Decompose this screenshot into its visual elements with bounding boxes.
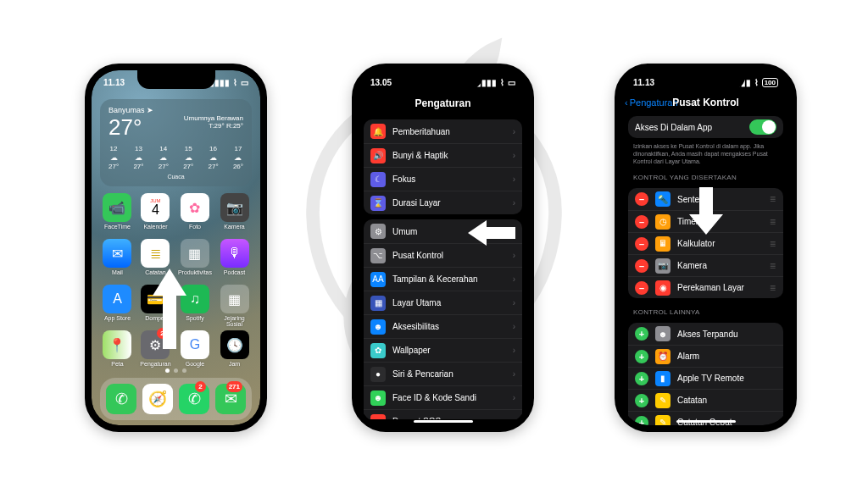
settings-row-face-id-kode-sandi[interactable]: ☻ Face ID & Kode Sandi › <box>364 385 522 409</box>
row-label: Durasi Layar <box>392 198 441 208</box>
chevron-right-icon: › <box>513 198 515 208</box>
control-label: Senter <box>677 195 702 204</box>
chevron-right-icon: › <box>513 274 515 284</box>
control-icon: 🔦 <box>655 191 670 207</box>
row-label: Umum <box>392 227 417 236</box>
notch <box>137 70 215 89</box>
control-icon: ☻ <box>655 326 670 341</box>
control-icon: 🖩 <box>655 236 670 252</box>
settings-row-umum[interactable]: ⚙ Umum › <box>364 219 522 243</box>
phone-1-home: 11.13 ▮▮▮▮ ⌇ ▭ Banyumas ➤ 27° Umumnya Be… <box>85 64 267 432</box>
dock: ✆🧭✆2✉︎271 <box>100 378 252 420</box>
remove-button[interactable]: – <box>635 192 648 206</box>
cloud-icon: ☁︎ <box>110 153 118 162</box>
settings-row-tampilan-kecerahan[interactable]: AA Tampilan & Kecerahan › <box>364 267 522 291</box>
cloud-icon: ☁︎ <box>159 153 167 162</box>
control-row-perekaman-layar[interactable]: –◉ Perekaman Layar≡ <box>628 276 783 298</box>
drag-handle-icon[interactable]: ≡ <box>770 286 776 290</box>
app-label: Jejaring Sosial <box>219 315 250 327</box>
row-icon: ▦ <box>370 296 386 311</box>
control-icon: ◷ <box>655 214 670 230</box>
forecast-hour: 12☁︎27° <box>108 145 119 170</box>
app-icon: ✿ <box>181 193 209 222</box>
row-icon: 🔔 <box>370 124 386 139</box>
remove-button[interactable]: – <box>635 281 648 295</box>
settings-row-siri-pencarian[interactable]: ● Siri & Pencarian › <box>364 362 522 385</box>
remove-button[interactable]: – <box>635 215 648 229</box>
settings-row-layar-utama[interactable]: ▦ Layar Utama › <box>364 291 522 314</box>
control-row-senter[interactable]: –🔦 Senter≡ <box>628 188 783 210</box>
drag-handle-icon[interactable]: ≡ <box>770 197 776 201</box>
settings-row-aksesibilitas[interactable]: ☻ Aksesibilitas › <box>364 314 522 338</box>
home-indicator[interactable] <box>676 420 736 423</box>
control-row-akses-terpandu[interactable]: +☻ Akses Terpandu <box>628 323 783 345</box>
nav-bar: ‹ Pengaturan Pusat Kontrol <box>621 94 790 111</box>
app-podcast[interactable]: 🎙Podcast <box>219 239 250 281</box>
app-facetime[interactable]: 📹FaceTime <box>102 193 133 235</box>
settings-row-bunyi-haptik[interactable]: 🔊 Bunyi & Haptik › <box>364 143 522 167</box>
settings-row-durasi-layar[interactable]: ⌛ Durasi Layar › <box>364 191 522 214</box>
settings-row-fokus[interactable]: ☾ Fokus › <box>364 167 522 191</box>
app-peta[interactable]: 📍Peta <box>102 330 133 373</box>
app-foto[interactable]: ✿Foto <box>178 193 212 235</box>
drag-handle-icon[interactable]: ≡ <box>770 264 776 268</box>
app-icon: 📍 <box>103 330 131 359</box>
settings-row-wallpaper[interactable]: ✿ Wallpaper › <box>364 338 522 362</box>
phone-2-settings: 13.05 ▮▮▮▮ ⌇ ▭ Pengaturan 🔔 Pemberitahua… <box>352 64 534 432</box>
status-time: 13.05 <box>370 78 392 87</box>
back-button[interactable]: ‹ Pengaturan <box>625 97 678 108</box>
control-row-kalkulator[interactable]: –🖩 Kalkulator≡ <box>628 232 783 254</box>
app-icon: 🎙 <box>220 239 249 268</box>
control-row-timer[interactable]: –◷ Timer≡ <box>628 210 783 232</box>
access-toggle[interactable] <box>749 119 776 135</box>
settings-row-pusat-kontrol[interactable]: ⌥ Pusat Kontrol › <box>364 243 522 267</box>
control-row-kamera[interactable]: –📷 Kamera≡ <box>628 254 783 276</box>
wifi-icon: ⌇ <box>500 78 504 87</box>
dock-app-messages[interactable]: ✉︎271 <box>215 384 246 414</box>
app-jejaring-sosial[interactable]: ▦Jejaring Sosial <box>219 285 250 327</box>
control-label: Kamera <box>677 261 707 270</box>
access-in-app-row[interactable]: Akses Di Dalam App <box>628 116 783 138</box>
add-button[interactable]: + <box>635 327 648 341</box>
weather-city: Banyumas ➤ <box>108 106 153 114</box>
app-app-store[interactable]: AApp Store <box>102 285 133 327</box>
remove-button[interactable]: – <box>635 259 648 273</box>
app-kamera[interactable]: 📷Kamera <box>219 193 250 235</box>
page-indicator[interactable] <box>92 368 260 373</box>
add-button[interactable]: + <box>635 394 648 407</box>
row-icon: 🔊 <box>370 148 386 163</box>
forecast-hour: 16☁︎27° <box>209 145 219 170</box>
phone-3-control-center: 11.13 ▮▮▮▮ ⌇ 100 ‹ Pengaturan Pusat Kont… <box>615 64 797 432</box>
app-jam[interactable]: 🕓Jam <box>219 330 250 373</box>
battery-icon: 100 <box>762 78 778 87</box>
remove-button[interactable]: – <box>635 237 648 251</box>
settings-title: Pengaturan <box>359 94 527 114</box>
access-group: Akses Di Dalam App <box>628 116 783 138</box>
control-row-catatan[interactable]: +✎ Catatan <box>628 389 783 411</box>
control-row-apple-tv-remote[interactable]: +▮ Apple TV Remote <box>628 367 783 389</box>
add-button[interactable]: + <box>635 372 648 385</box>
add-button[interactable]: + <box>635 350 648 363</box>
weather-forecast: 12☁︎27°13☁︎27°14☁︎27°15☁︎27°16☁︎27°17☁︎2… <box>108 145 243 170</box>
settings-row-pemberitahuan[interactable]: 🔔 Pemberitahuan › <box>364 119 522 143</box>
control-row-catatan-cepat[interactable]: +✎ Catatan Cepat <box>628 411 783 425</box>
chevron-right-icon: › <box>513 322 515 331</box>
forecast-hour: 17☁︎26° <box>233 145 243 170</box>
dock-app-phone[interactable]: ✆ <box>106 384 136 414</box>
weather-widget[interactable]: Banyumas ➤ 27° Umumnya Berawan T:29° R:2… <box>100 99 252 186</box>
app-kalender[interactable]: JUM4Kalender <box>140 193 171 235</box>
row-icon: AA <box>370 272 386 287</box>
app-mail[interactable]: ✉︎Mail <box>102 239 133 281</box>
included-controls: –🔦 Senter≡–◷ Timer≡–🖩 Kalkulator≡–📷 Kame… <box>628 188 783 298</box>
dock-app-whatsapp[interactable]: ✆2 <box>179 384 209 414</box>
settings-row-darurat-sos[interactable]: SOS Darurat SOS › <box>364 409 522 419</box>
home-indicator[interactable] <box>414 420 473 423</box>
notch <box>667 70 745 89</box>
drag-handle-icon[interactable]: ≡ <box>770 220 776 224</box>
row-label: Darurat SOS <box>392 417 441 419</box>
drag-handle-icon[interactable]: ≡ <box>770 242 776 246</box>
settings-list[interactable]: 🔔 Pemberitahuan ›🔊 Bunyi & Haptik ›☾ Fok… <box>359 114 527 419</box>
dock-app-safari[interactable]: 🧭 <box>142 384 173 414</box>
add-button[interactable]: + <box>635 416 648 425</box>
control-row-alarm[interactable]: +⏰ Alarm <box>628 345 783 367</box>
